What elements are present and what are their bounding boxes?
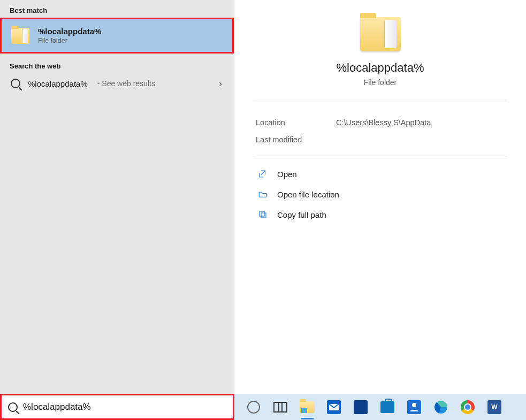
web-result-hint: - See web results xyxy=(97,79,155,88)
people-button[interactable] xyxy=(407,400,422,415)
edge-button[interactable] xyxy=(433,400,448,415)
folder-open-icon xyxy=(258,189,268,199)
svg-rect-1 xyxy=(260,211,264,216)
chevron-right-icon: › xyxy=(219,78,222,89)
meta-location-row: Location C:\Users\Blessy S\AppData xyxy=(256,114,505,131)
best-match-highlight-box: %localappdata% File folder xyxy=(0,18,234,54)
file-explorer-icon xyxy=(300,401,315,413)
taskbar: W xyxy=(0,394,526,420)
preview-pane: %localappdata% File folder Location C:\U… xyxy=(234,0,526,394)
mail-button[interactable] xyxy=(326,400,341,415)
svg-rect-0 xyxy=(261,213,266,218)
web-result[interactable]: %localappdata% - See web results › xyxy=(0,73,234,94)
action-open-location-label: Open file location xyxy=(277,190,339,199)
dell-icon xyxy=(354,400,368,414)
meta-location-value[interactable]: C:\Users\Blessy S\AppData xyxy=(336,118,431,127)
action-copy-path-label: Copy full path xyxy=(277,210,326,219)
search-box[interactable] xyxy=(0,394,234,420)
store-button[interactable] xyxy=(380,400,395,415)
action-open[interactable]: Open xyxy=(256,164,505,184)
chrome-icon xyxy=(461,400,475,414)
folder-icon xyxy=(11,28,29,44)
meta-location-label: Location xyxy=(256,118,320,127)
best-match-title: %localappdata% xyxy=(38,27,101,36)
preview-metadata: Location C:\Users\Blessy S\AppData Last … xyxy=(256,102,505,158)
action-copy-path[interactable]: Copy full path xyxy=(256,204,505,225)
people-icon xyxy=(407,400,421,414)
file-explorer-button[interactable] xyxy=(300,400,315,415)
search-icon xyxy=(8,402,18,412)
best-match-text: %localappdata% File folder xyxy=(38,27,101,44)
web-result-term: %localappdata% xyxy=(28,79,88,88)
word-button[interactable]: W xyxy=(487,400,502,415)
word-icon: W xyxy=(487,400,501,414)
preview-subtitle: File folder xyxy=(256,78,505,102)
preview-title: %localappdata% xyxy=(256,61,505,75)
windows-search-panel: Best match %localappdata% File folder Se… xyxy=(0,0,526,420)
meta-modified-row: Last modified xyxy=(256,131,505,148)
preview-icon-wrap xyxy=(256,12,505,51)
copy-icon xyxy=(258,210,268,219)
mail-icon xyxy=(327,400,341,414)
best-match-result[interactable]: %localappdata% File folder xyxy=(2,19,232,52)
meta-modified-label: Last modified xyxy=(256,135,320,144)
action-open-label: Open xyxy=(277,170,297,179)
task-view-icon xyxy=(273,402,287,413)
search-panels: Best match %localappdata% File folder Se… xyxy=(0,0,526,394)
dell-button[interactable] xyxy=(353,400,368,415)
task-view-button[interactable] xyxy=(273,400,288,415)
taskbar-icons: W xyxy=(234,394,526,420)
search-icon xyxy=(11,79,20,88)
cortana-button[interactable] xyxy=(246,400,261,415)
store-icon xyxy=(380,401,394,413)
results-pane: Best match %localappdata% File folder Se… xyxy=(0,0,234,394)
open-icon xyxy=(258,169,268,179)
chrome-button[interactable] xyxy=(460,400,475,415)
cortana-icon xyxy=(247,401,260,414)
folder-icon xyxy=(360,17,401,51)
search-input[interactable] xyxy=(23,402,226,413)
svg-point-2 xyxy=(412,403,416,407)
best-match-subtitle: File folder xyxy=(38,37,101,44)
preview-actions: Open Open file location Copy full path xyxy=(256,158,505,225)
best-match-header: Best match xyxy=(0,1,234,18)
edge-icon xyxy=(434,401,447,414)
web-header: Search the web xyxy=(0,57,234,73)
action-open-location[interactable]: Open file location xyxy=(256,184,505,204)
